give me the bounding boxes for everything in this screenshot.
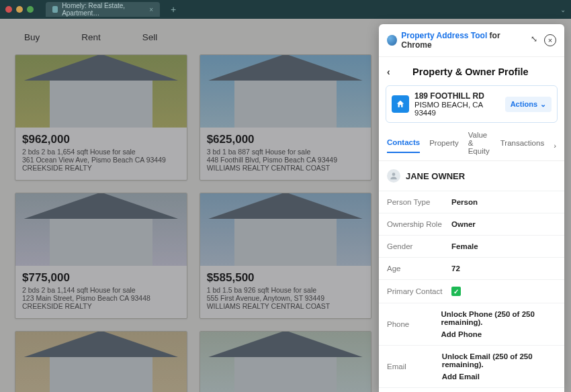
age-value: 72 bbox=[451, 264, 460, 273]
tabs-scroll-right-icon[interactable]: › bbox=[554, 142, 556, 150]
traffic-light-zoom[interactable] bbox=[27, 6, 34, 13]
add-phone-link[interactable]: Add Phone bbox=[441, 330, 557, 338]
chevron-down-icon: ⌄ bbox=[540, 100, 546, 109]
age-label: Age bbox=[387, 264, 451, 273]
address-box: 189 FOOTHILL RD PISMO BEACH, CA 93449 Ac… bbox=[386, 85, 558, 123]
row-phone: Phone Unlock Phone (250 of 250 remaining… bbox=[379, 303, 564, 345]
unlock-phone-link[interactable]: Unlock Phone (250 of 250 remaining). bbox=[441, 310, 557, 326]
email-label: Email bbox=[387, 362, 442, 371]
tab-title: Homely: Real Estate, Apartment… bbox=[62, 2, 145, 17]
tab-value-equity[interactable]: Value & Equity bbox=[468, 131, 491, 160]
primary-contact-value: ✓ bbox=[451, 287, 461, 296]
add-email-link[interactable]: Add Email bbox=[442, 373, 556, 381]
avatar-icon bbox=[387, 169, 400, 183]
panel-title: Property & Owner Profile bbox=[385, 66, 556, 77]
panel-tabs: Contacts Property Value & Equity Transac… bbox=[379, 123, 564, 161]
tab-favicon bbox=[52, 6, 58, 13]
unlock-email-link[interactable]: Unlock Email (250 of 250 remaining). bbox=[442, 352, 556, 369]
extension-header: Property Address Tool for Chrome ⤡ × bbox=[379, 24, 564, 57]
person-type-value: Person bbox=[451, 198, 478, 206]
row-gender: Gender Female bbox=[379, 235, 564, 257]
person-type-label: Person Type bbox=[387, 198, 451, 206]
browser-chrome: Homely: Real Estate, Apartment… × + ⌄ bbox=[0, 0, 571, 19]
traffic-light-close[interactable] bbox=[5, 6, 12, 13]
phone-label: Phone bbox=[387, 320, 441, 328]
primary-contact-label: Primary Contact bbox=[387, 287, 451, 295]
tab-close-icon[interactable]: × bbox=[149, 6, 153, 13]
house-icon bbox=[392, 95, 409, 113]
actions-button[interactable]: Actions ⌄ bbox=[505, 97, 552, 112]
ownership-value: Owner bbox=[451, 220, 476, 228]
row-ownership-role: Ownership Role Owner bbox=[379, 213, 564, 235]
extension-logo-icon bbox=[387, 35, 397, 46]
row-social: Social f in bbox=[379, 387, 564, 392]
owner-row: JANE OWNER bbox=[379, 161, 564, 191]
tab-contacts[interactable]: Contacts bbox=[387, 138, 420, 153]
tab-property[interactable]: Property bbox=[429, 139, 458, 152]
tab-transactions[interactable]: Transactions bbox=[500, 139, 544, 152]
gender-value: Female bbox=[451, 242, 478, 250]
new-tab-button[interactable]: + bbox=[171, 4, 176, 15]
extension-title: Property Address Tool for Chrome bbox=[401, 31, 527, 50]
row-person-type: Person Type Person bbox=[379, 191, 564, 213]
actions-label: Actions bbox=[511, 100, 537, 108]
panel-title-row: ‹ Property & Owner Profile bbox=[379, 57, 564, 85]
row-primary-contact: Primary Contact ✓ bbox=[379, 279, 564, 303]
tabs-list-icon[interactable]: ⌄ bbox=[560, 6, 566, 13]
address-line1: 189 FOOTHILL RD bbox=[414, 91, 484, 101]
row-age: Age 72 bbox=[379, 257, 564, 279]
check-icon: ✓ bbox=[451, 287, 461, 296]
gender-label: Gender bbox=[387, 242, 451, 250]
close-icon[interactable]: × bbox=[544, 34, 556, 46]
collapse-icon[interactable]: ⤡ bbox=[531, 34, 537, 46]
ownership-label: Ownership Role bbox=[387, 220, 451, 228]
row-email: Email Unlock Email (250 of 250 remaining… bbox=[379, 345, 564, 387]
svg-point-0 bbox=[392, 173, 396, 176]
extension-panel: Property Address Tool for Chrome ⤡ × ‹ P… bbox=[379, 24, 564, 392]
address-line2: PISMO BEACH, CA 93449 bbox=[414, 101, 483, 117]
owner-name: JANE OWNER bbox=[406, 171, 465, 181]
active-tab[interactable]: Homely: Real Estate, Apartment… × bbox=[46, 2, 160, 17]
extension-title-link[interactable]: Property Address Tool bbox=[401, 31, 487, 40]
traffic-light-minimize[interactable] bbox=[16, 6, 23, 13]
